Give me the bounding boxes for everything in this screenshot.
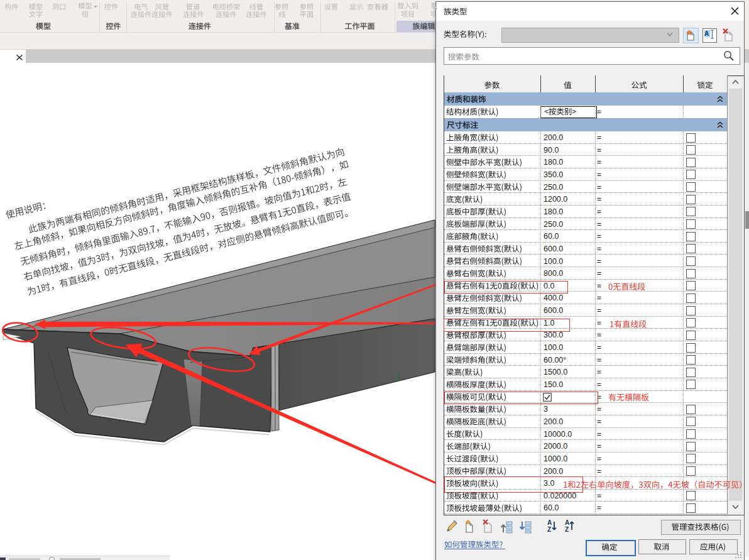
svg-text:Z: Z	[565, 526, 569, 533]
svg-text:A: A	[547, 519, 552, 526]
svg-text:A: A	[565, 519, 569, 526]
svg-text:Z: Z	[547, 526, 551, 533]
